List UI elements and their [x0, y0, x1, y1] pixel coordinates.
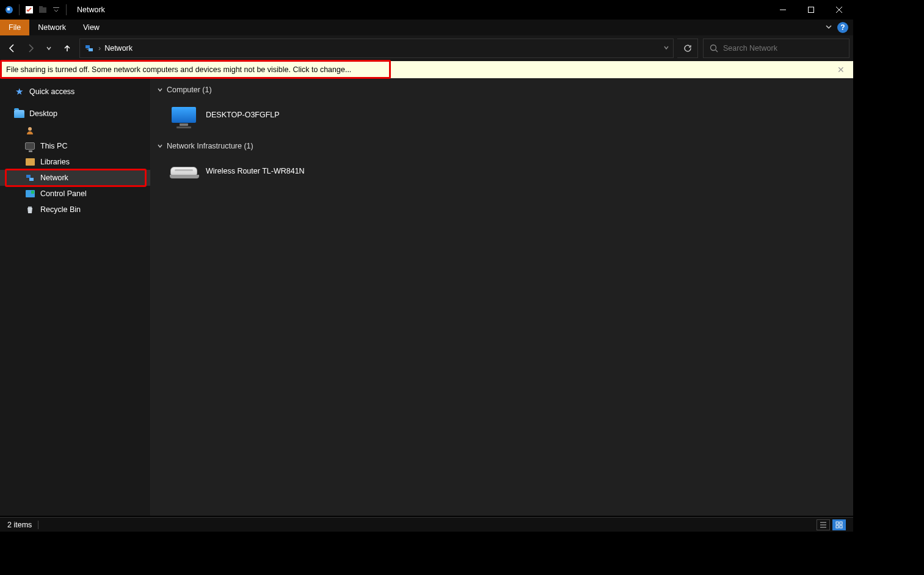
sidebar-item-label: Desktop — [29, 109, 57, 118]
ribbon-minimize-icon[interactable] — [825, 23, 832, 32]
sidebar-item-network[interactable]: Network — [0, 170, 150, 186]
svg-rect-17 — [29, 178, 34, 181]
svg-rect-24 — [836, 526, 839, 528]
user-icon — [24, 125, 35, 136]
svg-rect-16 — [26, 175, 31, 178]
control-panel-icon — [24, 188, 35, 199]
breadcrumb-sep: › — [98, 44, 101, 53]
item-computer[interactable]: DESKTOP-O3FGFLP — [166, 100, 330, 130]
svg-rect-11 — [89, 48, 93, 51]
desktop-icon — [13, 108, 24, 119]
item-router[interactable]: Wireless Router TL-WR841N — [166, 156, 330, 186]
sidebar-item-user[interactable] — [0, 122, 150, 138]
close-button[interactable] — [825, 0, 853, 20]
tab-file[interactable]: File — [0, 20, 29, 35]
maximize-button[interactable] — [797, 0, 825, 20]
view-details-button[interactable] — [817, 519, 830, 530]
tab-network[interactable]: Network — [29, 20, 75, 35]
view-large-icons-button[interactable] — [832, 519, 846, 530]
this-pc-icon — [24, 141, 35, 152]
qat-properties-icon[interactable] — [24, 4, 35, 15]
app-icon — [4, 4, 15, 15]
svg-rect-7 — [809, 7, 814, 13]
help-icon[interactable]: ? — [837, 22, 848, 33]
group-title: Network Infrastructure (1) — [167, 142, 253, 150]
sidebar-item-control-panel[interactable]: Control Panel — [0, 186, 150, 202]
sidebar-item-libraries[interactable]: Libraries — [0, 154, 150, 170]
search-box[interactable] — [703, 38, 849, 58]
group-header-computer[interactable]: Computer (1) — [157, 82, 847, 98]
address-bar[interactable]: › Network — [79, 38, 674, 58]
svg-line-14 — [716, 50, 718, 53]
star-icon: ★ — [13, 86, 24, 97]
item-label: DESKTOP-O3FGFLP — [206, 111, 280, 119]
sidebar-item-label: Libraries — [40, 158, 70, 166]
svg-point-15 — [28, 127, 32, 131]
breadcrumb-network[interactable]: Network — [104, 44, 133, 53]
svg-rect-5 — [53, 7, 59, 8]
up-button[interactable] — [59, 38, 76, 58]
svg-rect-25 — [840, 526, 842, 528]
svg-rect-18 — [28, 207, 32, 208]
sidebar-item-this-pc[interactable]: This PC — [0, 138, 150, 154]
item-label: Wireless Router TL-WR841N — [206, 167, 305, 175]
svg-rect-3 — [39, 7, 46, 13]
group-header-infrastructure[interactable]: Network Infrastructure (1) — [157, 138, 847, 154]
sidebar-item-label: Network — [40, 174, 68, 182]
svg-rect-1 — [7, 8, 10, 10]
network-icon — [24, 172, 35, 183]
forward-button[interactable] — [22, 38, 39, 58]
navigation-pane: ★ Quick access Desktop This PC Libraries… — [0, 78, 151, 516]
sidebar-item-label — [40, 126, 42, 134]
chevron-down-icon — [157, 143, 163, 149]
libraries-icon — [24, 156, 35, 167]
svg-point-13 — [711, 45, 716, 51]
sidebar-item-label: Quick access — [29, 87, 75, 96]
router-icon — [169, 159, 198, 183]
chevron-down-icon — [157, 87, 163, 93]
sidebar-item-desktop[interactable]: Desktop — [0, 105, 150, 122]
statusbar: 2 items — [0, 517, 853, 532]
network-icon — [84, 43, 95, 54]
window-title: Network — [77, 5, 105, 14]
content-pane: Computer (1) DESKTOP-O3FGFLP Network Inf… — [151, 78, 853, 516]
infobar-close-icon[interactable]: ✕ — [835, 65, 847, 75]
refresh-button[interactable] — [677, 38, 698, 58]
navbar: › Network — [0, 35, 853, 61]
infobar-message: File sharing is turned off. Some network… — [6, 65, 351, 74]
recycle-bin-icon — [24, 204, 35, 215]
titlebar: Network — [0, 0, 853, 20]
svg-rect-4 — [39, 6, 43, 8]
recent-locations-button[interactable] — [40, 38, 57, 58]
ribbon-tabs: File Network View ? — [0, 20, 853, 35]
computer-icon — [169, 103, 198, 127]
group-title: Computer (1) — [167, 86, 212, 94]
sidebar-item-label: Control Panel — [40, 189, 87, 198]
svg-rect-23 — [840, 522, 842, 524]
tab-view[interactable]: View — [75, 20, 108, 35]
status-item-count: 2 items — [7, 521, 32, 529]
svg-rect-22 — [836, 522, 839, 524]
qat-newfolder-icon[interactable] — [37, 4, 48, 15]
sidebar-item-label: This PC — [40, 142, 67, 150]
sidebar-item-quick-access[interactable]: ★ Quick access — [0, 83, 150, 100]
sidebar-item-recycle-bin[interactable]: Recycle Bin — [0, 202, 150, 218]
address-history-icon[interactable] — [663, 44, 669, 53]
infobar[interactable]: File sharing is turned off. Some network… — [0, 61, 853, 78]
svg-rect-12 — [87, 49, 89, 49]
svg-rect-10 — [85, 45, 90, 48]
search-input[interactable] — [723, 44, 843, 53]
minimize-button[interactable] — [769, 0, 797, 20]
back-button[interactable] — [4, 38, 21, 58]
sidebar-item-label: Recycle Bin — [40, 205, 81, 214]
qat-customize-icon[interactable] — [51, 4, 62, 15]
